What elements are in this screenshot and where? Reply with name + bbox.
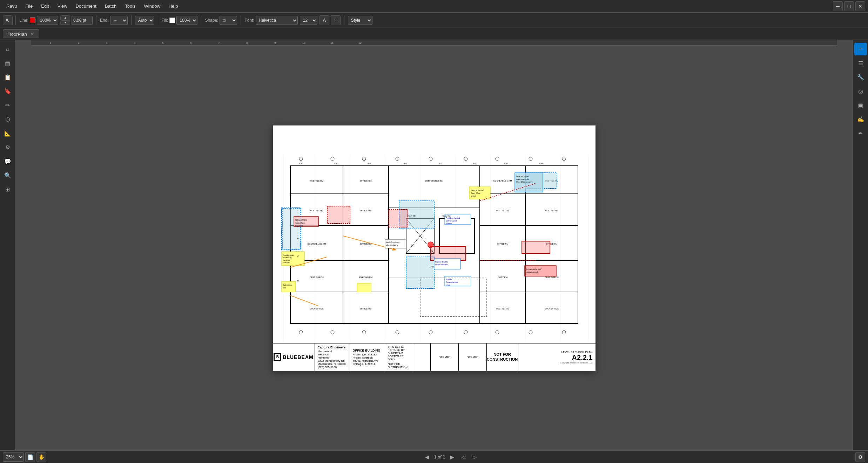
project-number: Project No: 323232	[353, 353, 382, 356]
sidebar-properties-icon[interactable]: ⚙	[1, 141, 14, 154]
text-box-btn[interactable]: □	[331, 15, 341, 25]
tab-close-btn[interactable]: ×	[29, 31, 35, 37]
stamp1-label: STAMP:	[439, 355, 450, 359]
svg-text:plan for layout: plan for layout	[446, 220, 457, 222]
svg-text:See notes: See notes	[295, 225, 303, 227]
svg-text:MEETING RM: MEETING RM	[496, 308, 509, 310]
zoom-select[interactable]: 100%	[37, 16, 58, 25]
next-view-btn[interactable]: ▷	[471, 453, 479, 461]
svg-rect-104	[357, 283, 371, 292]
svg-text:on Flooring: on Flooring	[283, 257, 291, 259]
svg-text:8: 8	[246, 41, 248, 45]
menu-file[interactable]: File	[22, 2, 36, 10]
right-signature-icon[interactable]: ✍	[854, 113, 867, 125]
svg-text:12: 12	[358, 41, 362, 45]
zoom-section: 25% 📄 ✋	[3, 452, 46, 462]
sidebar-stamps-icon[interactable]: ⬡	[1, 113, 14, 125]
canvas-area[interactable]: 12 34 56 78 910 1112	[15, 40, 853, 450]
right-properties-icon[interactable]: ≡	[854, 43, 867, 55]
tool-select-btn[interactable]: ↖	[3, 15, 13, 25]
text-style-btn[interactable]: A	[319, 15, 329, 25]
svg-text:10'-0": 10'-0"	[403, 162, 408, 164]
project-name: OFFICE BUILDING	[353, 349, 382, 352]
svg-text:Column info: Column info	[283, 284, 292, 286]
auto-group: Auto	[135, 16, 154, 25]
width-down-btn[interactable]: ▼	[60, 20, 70, 25]
end-select[interactable]: →	[110, 16, 128, 25]
line-color-swatch[interactable]	[30, 18, 35, 23]
shape-group: Shape: □	[205, 16, 237, 25]
menu-edit[interactable]: Edit	[38, 2, 52, 10]
floorplan-tab[interactable]: FloorPlan ×	[3, 29, 39, 38]
hand-tool-btn[interactable]: ✋	[36, 452, 46, 462]
settings-btn[interactable]: ⚙	[855, 452, 865, 462]
tool-selector-group: ↖	[3, 15, 17, 25]
svg-text:OPEN OFFICE: OPEN OFFICE	[544, 276, 559, 278]
style-select[interactable]: Style	[348, 16, 372, 25]
fill-pct-select[interactable]: 100%	[176, 16, 197, 25]
right-redline-icon[interactable]: ✒	[854, 127, 867, 139]
not-for-construction: NOT FORCONSTRUCTION	[487, 343, 518, 371]
svg-text:corner condition: corner condition	[435, 264, 448, 266]
menu-document[interactable]: Document	[72, 2, 100, 10]
fill-color-swatch[interactable]	[169, 18, 175, 23]
line-width-input[interactable]	[72, 16, 93, 25]
right-capture-icon[interactable]: ◎	[854, 85, 867, 97]
svg-rect-96	[282, 252, 304, 266]
svg-text:MEETING RM: MEETING RM	[310, 180, 323, 182]
fit-page-btn[interactable]: 📄	[25, 452, 35, 462]
menu-tools[interactable]: Tools	[121, 2, 139, 10]
menu-view[interactable]: View	[54, 2, 71, 10]
tab-bar: FloorPlan ×	[0, 28, 868, 40]
svg-text:CONFERENCE RM: CONFERENCE RM	[307, 243, 326, 245]
svg-text:items proposed: items proposed	[526, 271, 538, 273]
title-block: B BLUEBEAM Capture Engineers Mechanical …	[273, 343, 596, 371]
sheet-number: A2.2.1	[572, 354, 593, 362]
svg-text:ELEV RM: ELEV RM	[443, 215, 450, 217]
right-form-icon[interactable]: ▣	[854, 99, 867, 111]
left-sidebar: ⌂ ▤ 📋 🔖 ✏ ⬡ 📐 ⚙ 💬 🔍 ⊞	[0, 40, 15, 450]
prev-view-btn[interactable]: ◁	[459, 453, 468, 461]
svg-text:10: 10	[302, 41, 305, 45]
sidebar-pages-icon[interactable]: 📋	[1, 71, 14, 83]
sheet-level: LEVEL 03 FLOOR PLAN	[561, 350, 593, 354]
width-up-btn[interactable]: ▲	[60, 15, 70, 20]
sidebar-comments-icon[interactable]: 💬	[1, 155, 14, 168]
svg-text:Provide details: Provide details	[283, 254, 294, 256]
font-size-select[interactable]: 12	[300, 16, 317, 25]
zoom-level-select[interactable]: 25%	[3, 452, 24, 462]
sidebar-layers-icon[interactable]: ▤	[1, 57, 14, 69]
sep1	[15, 15, 16, 25]
page-navigation: ◀ 1 of 1 ▶ ◁ ▷	[49, 453, 853, 461]
sidebar-bookmarks-icon[interactable]: 🔖	[1, 85, 14, 97]
maximize-btn[interactable]: □	[844, 1, 854, 11]
svg-text:OPEN OFFICE: OPEN OFFICE	[544, 308, 559, 310]
shape-select[interactable]: □	[220, 16, 237, 25]
font-select[interactable]: Helvetica	[256, 16, 298, 25]
end-group: End: →	[100, 16, 128, 25]
menu-revu[interactable]: Revu	[3, 2, 20, 10]
right-markup-icon[interactable]: ☰	[854, 57, 867, 69]
sidebar-measure-icon[interactable]: 📐	[1, 127, 14, 139]
svg-text:B: B	[297, 238, 299, 240]
sidebar-home-icon[interactable]: ⌂	[1, 43, 14, 55]
menu-window[interactable]: Window	[141, 2, 164, 10]
close-btn[interactable]: ✕	[855, 1, 865, 11]
sidebar-compare-icon[interactable]: ⊞	[1, 183, 14, 196]
svg-rect-91	[522, 241, 550, 253]
minimize-btn[interactable]: ─	[833, 1, 843, 11]
menu-batch[interactable]: Batch	[101, 2, 120, 10]
right-toolchest-icon[interactable]: 🔧	[854, 71, 867, 83]
line-label: Line:	[19, 18, 28, 23]
style-group: Style	[348, 16, 372, 25]
sidebar-markup-icon[interactable]: ✏	[1, 99, 14, 111]
next-page-btn[interactable]: ▶	[448, 453, 457, 461]
first-page-btn[interactable]: ◀	[423, 453, 431, 461]
sidebar-search-icon[interactable]: 🔍	[1, 169, 14, 182]
auto-select[interactable]: Auto	[135, 16, 154, 25]
svg-text:4: 4	[134, 41, 136, 45]
menu-help[interactable]: Help	[165, 2, 182, 10]
svg-text:OPEN OFFICE: OPEN OFFICE	[295, 219, 307, 221]
status-bar: 25% 📄 ✋ ◀ 1 of 1 ▶ ◁ ▷ ⚙	[0, 450, 868, 463]
stamp2-area: STAMP:	[459, 343, 487, 371]
